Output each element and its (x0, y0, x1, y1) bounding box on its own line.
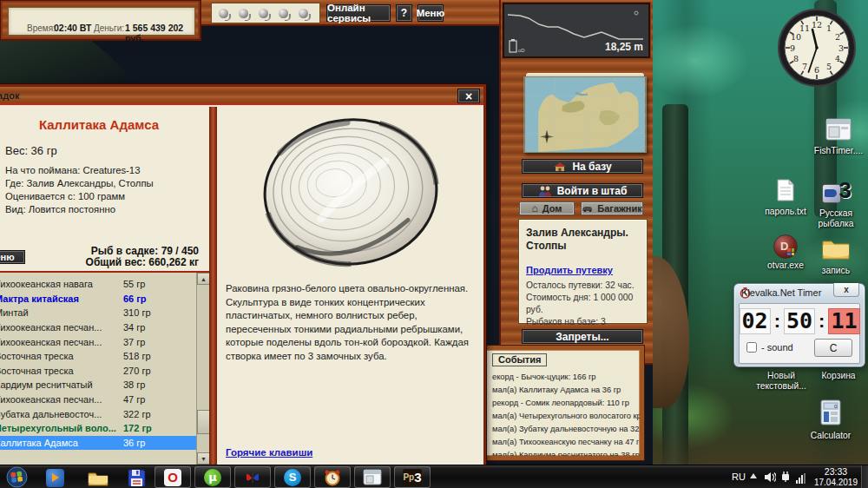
rod-reel-icon[interactable] (279, 9, 288, 18)
taskbar-rr3-button[interactable]: Рр3 (394, 466, 431, 488)
start-button[interactable] (6, 466, 28, 488)
fish-list-row[interactable]: Тихоокеанская песчан...34 гр (0, 320, 209, 335)
rod-slots[interactable] (211, 3, 320, 23)
fish-weight: Вес: 36 гр (5, 144, 209, 157)
folder-icon (821, 236, 851, 260)
taskbar-fishtimer-button[interactable] (354, 466, 391, 488)
scroll-up-icon[interactable]: ▲ (197, 273, 209, 285)
desktop-icon-calculator[interactable]: 0 Calculator (799, 399, 862, 441)
svg-text:11: 11 (799, 23, 810, 33)
sonar-panel: oD 18,25 m (503, 3, 650, 58)
tray-clock[interactable]: 23:33 17.04.2019 (814, 467, 858, 487)
sound-checkbox[interactable] (746, 342, 757, 353)
menu-button-dialog[interactable]: Меню (0, 250, 25, 264)
home-icon: ⌂ (532, 204, 538, 213)
event-line: рекорд - Сомик леопардовый: 110 гр (492, 399, 629, 407)
svg-text:4: 4 (835, 54, 840, 63)
fish-list-scrollbar[interactable]: ▲ ▼ (196, 273, 209, 465)
desktop-icon-russian-fishing[interactable]: 3 Русская рыбалка (805, 177, 867, 229)
dialog-left-pane: Каллитака Адамса Вес: 36 гр На что пойма… (0, 107, 209, 465)
help-button[interactable]: ? (396, 4, 412, 22)
tray-language[interactable]: RU (732, 472, 746, 482)
rod-reel-icon[interactable] (239, 9, 248, 18)
timer-c-button[interactable]: C (814, 339, 852, 357)
location-map[interactable] (523, 76, 647, 153)
tray-signal-icon[interactable] (796, 472, 806, 487)
tank-weight: Общий вес: 660,262 кг (86, 257, 199, 268)
dialog-right-pane: Раковина грязно-белого цвета овально-окр… (217, 107, 483, 465)
fish-list-row[interactable]: Минтай310 гр (0, 306, 209, 320)
enter-hq-button[interactable]: Войти в штаб (522, 183, 643, 198)
svg-text:12: 12 (812, 20, 822, 30)
rod-reel-icon[interactable] (299, 9, 308, 18)
taskbar-skype-button[interactable]: S (274, 466, 311, 488)
fish-row-weight: 36 гр (123, 438, 145, 448)
home-button[interactable]: ⌂ Дом (519, 201, 575, 215)
fish-row-weight: 34 гр (123, 322, 145, 333)
fish-list: Тихоокеанская навага55 гр Мактра китайск… (0, 271, 209, 465)
desktop-icon-new-text[interactable]: Новый текстовый... (750, 369, 812, 392)
fish-row-weight: 518 гр (123, 351, 151, 361)
fish-list-row[interactable]: Восточная треска270 гр (0, 364, 209, 379)
taskbar-opera-button[interactable]: O (155, 466, 191, 488)
fish-row-weight: 47 гр (123, 394, 145, 405)
fish-list-row[interactable]: Мактра китайская66 гр (0, 292, 209, 307)
fish-detail: Оценивается с: 100 грамм (5, 190, 209, 203)
dialog-title-bar[interactable]: Садок × (0, 87, 483, 105)
fish-list-row-selected[interactable]: Каллитака Адамса36 гр (0, 436, 209, 451)
fish-row-name: Восточная треска (0, 366, 123, 376)
tray-expand-icon[interactable] (750, 473, 757, 478)
fish-list-row[interactable]: Кардиум реснитчатый38 гр (0, 378, 209, 392)
trunk-button[interactable]: Багажник (581, 201, 643, 215)
home-label: Дом (542, 203, 562, 214)
clock-widget[interactable]: 1212 345 678 91011 (777, 8, 857, 88)
taskbar-utorrent-button[interactable]: µ (194, 466, 231, 488)
fish-list-row[interactable]: Восточная треска518 гр (0, 349, 209, 364)
taskbar-floppy-icon[interactable] (122, 467, 151, 488)
fish-list-row[interactable]: Тихоокеанская песчан...37 гр (0, 334, 209, 349)
extend-ticket-link[interactable]: Продлить путевку (526, 265, 613, 275)
taskbar-butterfly-button[interactable] (234, 466, 271, 488)
show-desktop-button[interactable] (861, 465, 868, 488)
fish-list-row[interactable]: Четырехугольный воло...172 гр (0, 421, 209, 436)
close-icon[interactable]: x (833, 283, 859, 297)
time-value: 02:40 ВТ (54, 23, 91, 33)
menu-button-top[interactable]: Меню (418, 4, 444, 22)
desktop-icon-label: Корзина (807, 371, 868, 381)
fish-list-row[interactable]: Тихоокеанская навага55 гр (0, 277, 209, 292)
bans-button[interactable]: Запреты... (522, 329, 643, 344)
klevalka-timer-window[interactable]: Klevalka.Net Timer x 02 : 50 : 11 - soun… (733, 283, 865, 367)
fish-row-weight: 55 гр (123, 279, 145, 289)
fish-row-name: Четырехугольный воло... (0, 423, 123, 433)
rod-reel-icon[interactable] (219, 9, 228, 18)
tray-network-icon[interactable] (780, 471, 792, 483)
tray-volume-icon[interactable] (764, 472, 776, 483)
scrollbar-thumb[interactable] (197, 410, 209, 434)
timer-colon: : (819, 310, 825, 333)
close-icon[interactable]: × (457, 89, 480, 103)
desktop-icon-zapis[interactable]: запись (805, 236, 867, 276)
event-line: мал(а) Четырехугольного волосатого краба… (492, 412, 644, 420)
event-line: мал(а) Каллитаку Адамса на 36 гр (492, 386, 621, 394)
text-file-icon (776, 179, 795, 201)
desktop-icon-fishtimer[interactable]: FishTimer.... (807, 118, 868, 156)
taskbar-explorer-icon[interactable] (83, 467, 113, 488)
svg-text:9: 9 (790, 43, 795, 53)
fish-row-name: Каллитака Адамса (0, 438, 123, 448)
timer-seconds: 11 (828, 308, 859, 334)
trunk-label: Багажник (597, 203, 641, 214)
fish-row-weight: 322 гр (123, 409, 151, 419)
fish-list-row[interactable]: Тихоокеанская песчан...47 гр (0, 392, 209, 407)
scroll-down-icon[interactable]: ▼ (197, 452, 209, 465)
online-services-button[interactable]: Онлайн сервисы (326, 4, 391, 22)
hotkeys-link[interactable]: Горячие клавиши (226, 447, 312, 458)
otvar-exe-icon: D (773, 234, 798, 259)
fish-list-row[interactable]: Зубатка дальневосточ...322 гр (0, 406, 209, 421)
taskbar-wmp-icon[interactable] (40, 467, 69, 488)
desktop-icon-recycle-bin[interactable]: Корзина (807, 369, 868, 381)
to-base-button[interactable]: На базу (522, 159, 643, 174)
svg-text:5: 5 (826, 62, 832, 71)
rod-reel-icon[interactable] (259, 9, 268, 18)
taskbar-alarm-button[interactable] (314, 466, 351, 488)
lure-marker (635, 11, 638, 15)
